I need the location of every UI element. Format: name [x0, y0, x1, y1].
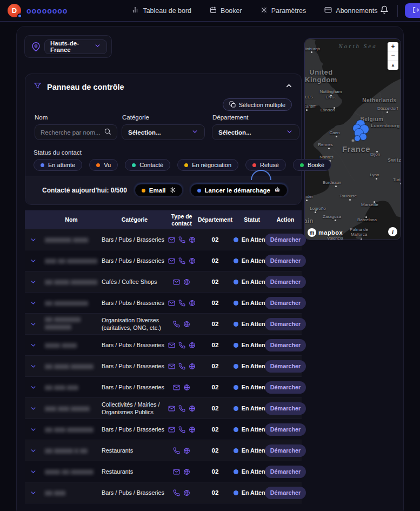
mail-contact-icon[interactable]	[168, 300, 175, 307]
demarcher-button[interactable]: Démarcher	[265, 297, 306, 309]
mail-contact-icon[interactable]	[168, 363, 175, 370]
map-attribution-info-button[interactable]: i	[388, 227, 397, 236]
multi-select-button[interactable]: Sélection multiple	[223, 98, 292, 111]
mail-contact-icon[interactable]	[168, 257, 175, 264]
status-badge-book-[interactable]: Booké	[293, 159, 331, 171]
status-badge-contact-[interactable]: Contacté	[125, 159, 170, 171]
table-row[interactable]: XXXX XX XXXXXX Restaurants 02 En Attente…	[25, 461, 302, 482]
nav-item-parametres[interactable]: Paramètres	[261, 6, 306, 15]
row-expand-chevron[interactable]	[25, 278, 41, 286]
demarcher-button[interactable]: Démarcher	[265, 360, 306, 373]
phone-contact-icon[interactable]	[173, 447, 180, 454]
status-badge-vu[interactable]: Vu	[89, 159, 118, 171]
status-badge-refus-[interactable]: Refusé	[245, 159, 286, 171]
mail-contact-icon[interactable]	[173, 384, 180, 391]
phone-contact-icon[interactable]	[178, 363, 185, 370]
globe-contact-icon[interactable]	[189, 236, 196, 243]
panel-collapse-button[interactable]	[285, 82, 293, 92]
globe-contact-icon[interactable]	[189, 342, 196, 349]
category-select[interactable]: Sélection...	[122, 124, 205, 140]
demarcher-button[interactable]: Démarcher	[265, 339, 306, 351]
email-mode-button[interactable]: Email	[135, 184, 183, 197]
row-expand-chevron[interactable]	[25, 489, 41, 496]
row-expand-chevron[interactable]	[25, 384, 41, 391]
launch-prospecting-button[interactable]: Lancer le démarchage	[190, 184, 288, 197]
demarcher-button[interactable]: Démarcher	[265, 487, 306, 499]
map-zoom-in-button[interactable]: +	[388, 42, 398, 51]
table-row[interactable]: XXXX XXXX Bars / Pubs / Brasseries 02 En…	[25, 335, 302, 356]
phone-contact-icon[interactable]	[173, 321, 180, 328]
row-expand-chevron[interactable]	[25, 363, 41, 370]
globe-contact-icon[interactable]	[189, 363, 196, 370]
table-row[interactable]: XX XXX XXXXXXX Bars / Pubs / Brasseries …	[25, 419, 302, 440]
row-expand-chevron[interactable]	[25, 426, 41, 433]
map[interactable]: United KingdomNetherlandsBelgiumLuxembou…	[304, 38, 401, 240]
table-row[interactable]: XX XXXXXXX XXXXXXX Organisation Diverses…	[25, 314, 302, 335]
phone-contact-icon[interactable]	[178, 257, 185, 264]
demarcher-button[interactable]: Démarcher	[265, 318, 306, 330]
phone-contact-icon[interactable]	[178, 236, 185, 243]
table-row[interactable]: XX XXX XXX Bars / Pubs / Brasseries 02 E…	[25, 377, 302, 398]
demarcher-button[interactable]: Démarcher	[265, 444, 306, 457]
globe-contact-icon[interactable]	[183, 384, 190, 391]
demarcher-button[interactable]: Démarcher	[265, 466, 306, 478]
mail-contact-icon[interactable]	[168, 405, 175, 412]
demarcher-button[interactable]: Démarcher	[265, 381, 306, 394]
row-expand-chevron[interactable]	[25, 405, 41, 412]
status-badge-en-attente[interactable]: En attente	[34, 159, 82, 171]
mail-contact-icon[interactable]	[173, 468, 180, 475]
table-row[interactable]: XXX XXX XXXXX Collectivités / Mairies / …	[25, 398, 302, 419]
nav-item-abonnements[interactable]: Abonnements	[324, 6, 377, 15]
row-expand-chevron[interactable]	[25, 321, 41, 328]
globe-contact-icon[interactable]	[183, 468, 190, 475]
phone-contact-icon[interactable]	[178, 300, 185, 307]
globe-contact-icon[interactable]	[183, 447, 190, 454]
demarcher-button[interactable]: Démarcher	[265, 255, 306, 267]
region-select[interactable]: Hauts-de-France	[44, 39, 107, 54]
map-zoom-out-button[interactable]: −	[388, 51, 398, 61]
demarcher-button[interactable]: Démarcher	[265, 402, 306, 415]
app-logo[interactable]: D	[8, 4, 21, 17]
row-expand-chevron[interactable]	[25, 257, 41, 264]
phone-contact-icon[interactable]	[178, 426, 185, 433]
demarcher-button[interactable]: Démarcher	[265, 276, 306, 288]
row-expand-chevron[interactable]	[25, 342, 41, 349]
notifications-bell-button[interactable]	[377, 3, 391, 19]
phone-contact-icon[interactable]	[173, 489, 180, 496]
logout-button[interactable]: Se déconnecter	[405, 3, 420, 18]
mapbox-logo[interactable]: m mapbox	[308, 228, 343, 237]
demarcher-button[interactable]: Démarcher	[265, 234, 306, 246]
globe-contact-icon[interactable]	[189, 300, 196, 307]
mail-contact-icon[interactable]	[173, 278, 180, 286]
table-row[interactable]: XXXXXXX XXXX Bars / Pubs / Brasseries 02…	[25, 229, 302, 250]
mail-contact-icon[interactable]	[168, 236, 175, 243]
nav-item-booker[interactable]: Booker	[210, 6, 242, 15]
globe-contact-icon[interactable]	[183, 278, 190, 286]
map-contact-marker[interactable]	[355, 136, 360, 141]
name-search-input[interactable]	[41, 129, 104, 136]
table-row[interactable]: XXX XX XXXXXXXX Bars / Pubs / Brasseries…	[25, 250, 302, 271]
mail-contact-icon[interactable]	[168, 426, 175, 433]
row-expand-chevron[interactable]	[25, 468, 41, 475]
table-row[interactable]: XX XXXXX X XX Restaurants 02 En Attente …	[25, 440, 302, 461]
globe-contact-icon[interactable]	[189, 426, 196, 433]
mail-contact-icon[interactable]	[168, 342, 175, 349]
status-badge-en-n-gociation[interactable]: En négociation	[177, 159, 238, 171]
nav-item-tableau-de-bord[interactable]: Tableau de bord	[131, 6, 191, 15]
table-row[interactable]: XX XXX Bars / Pubs / Brasseries 02 En At…	[25, 482, 302, 503]
map-contact-marker[interactable]	[360, 134, 366, 140]
globe-contact-icon[interactable]	[189, 257, 196, 264]
table-row[interactable]: XX XXXX XXXXXX Bars / Pubs / Brasseries …	[25, 356, 302, 377]
row-expand-chevron[interactable]	[25, 300, 41, 307]
department-select[interactable]: Sélection...	[212, 124, 299, 140]
row-expand-chevron[interactable]	[25, 236, 41, 243]
table-row[interactable]: XX XXXXXXXXX Bars / Pubs / Brasseries 02…	[25, 293, 302, 314]
globe-contact-icon[interactable]	[183, 489, 190, 496]
globe-contact-icon[interactable]	[183, 321, 190, 328]
table-row[interactable]: XX XXXX XXXXXXX Cafés / Coffee Shops 02 …	[25, 271, 302, 293]
map-compass-button[interactable]: ▲	[388, 61, 398, 70]
phone-contact-icon[interactable]	[178, 342, 185, 349]
row-expand-chevron[interactable]	[25, 447, 41, 454]
phone-contact-icon[interactable]	[178, 405, 185, 412]
demarcher-button[interactable]: Démarcher	[265, 423, 306, 436]
